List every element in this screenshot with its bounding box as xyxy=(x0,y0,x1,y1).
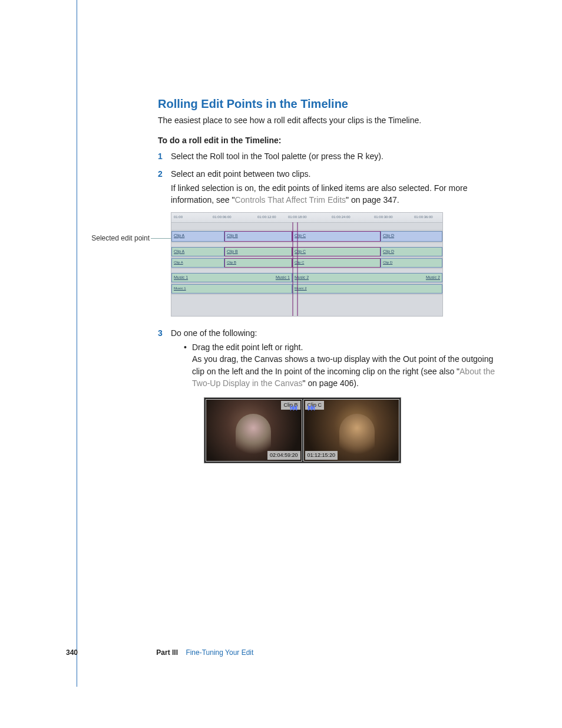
section-heading: Rolling Edit Points in the Timeline xyxy=(158,97,503,111)
frame-timecode: 02:04:59:20 xyxy=(267,451,300,460)
clip-label: Clip A xyxy=(174,233,184,238)
clip-label: Clip C xyxy=(295,249,306,253)
step-text: Select the Roll tool in the Tool palette… xyxy=(171,151,384,161)
clip-label: Clip B xyxy=(227,249,238,253)
music-track-2: Music 1 Music 2 xyxy=(171,284,442,295)
frame-image xyxy=(339,414,375,461)
clip-label: Music 2 xyxy=(295,275,309,279)
main-content: Rolling Edit Points in the Timeline The … xyxy=(158,97,503,469)
ruler-tick: 01:00:06:00 xyxy=(213,215,232,220)
procedure-title: To do a roll edit in the Timeline: xyxy=(158,134,503,146)
ruler-tick: 01:00 xyxy=(174,215,183,220)
clip-label: Clip B xyxy=(227,260,290,265)
step-number: 2 xyxy=(158,168,163,180)
xref-link[interactable]: Controls That Affect Trim Edits xyxy=(234,195,346,205)
frame-timecode: 01:12:15:20 xyxy=(305,451,338,460)
left-margin-rule xyxy=(77,0,77,687)
step-1: 1 Select the Roll tool in the Tool palet… xyxy=(158,150,503,162)
clip-label: Clip C xyxy=(295,260,378,265)
audio-track-a2: Clip A Clip B Clip C Clip D xyxy=(171,258,442,269)
video-track-1: Clip A Clip B Clip C Clip D xyxy=(171,230,442,243)
clip-label: Music 1 xyxy=(276,275,290,281)
step-text: Do one of the following: xyxy=(171,328,257,338)
body-text: " on page 406). xyxy=(303,378,359,388)
step-3: 3 Do one of the following: Drag the edit… xyxy=(158,327,503,463)
clip-label: Clip A xyxy=(174,260,222,265)
step-number: 1 xyxy=(158,150,163,162)
timeline-figure: 01:00 01:00:06:00 01:00:12:00 01:00:18:0… xyxy=(171,212,443,317)
in-point-icon: ⏭ xyxy=(308,401,316,413)
ruler-tick: 01:00:36:00 xyxy=(414,215,433,220)
ruler-tick: 01:00:18:00 xyxy=(288,215,307,220)
clip-label: Clip B xyxy=(227,233,238,238)
ruler-tick: 01:00:12:00 xyxy=(257,215,276,220)
clip-label: Clip D xyxy=(383,260,440,265)
body-text: As you drag, the Canvas shows a two-up d… xyxy=(192,354,493,375)
out-point-icon: ⏮ xyxy=(290,401,298,413)
clip-label: Clip D xyxy=(383,249,394,253)
canvas-two-up-figure: Clip B ⏮ 02:04:59:20 Clip C ⏭ 01:12:15:2… xyxy=(204,397,401,463)
timeline-ruler: 01:00 01:00:06:00 01:00:12:00 01:00:18:0… xyxy=(171,213,442,223)
clip-label: Music 2 xyxy=(295,286,440,291)
step-number: 3 xyxy=(158,327,163,339)
chapter-title: Fine-Tuning Your Edit xyxy=(186,648,253,657)
audio-track-a1: Clip A Clip B Clip C Clip D xyxy=(171,246,442,258)
step-2: 2 Select an edit point between two clips… xyxy=(158,168,503,317)
frame-image xyxy=(236,414,271,461)
incoming-frame: Clip C ⏭ 01:12:15:20 xyxy=(303,399,400,462)
note-text: " on page 347. xyxy=(346,195,399,205)
bullet-item: Drag the edit point left or right. As yo… xyxy=(184,341,503,463)
ruler-tick: 01:00:30:00 xyxy=(374,215,393,220)
bullet-text: Drag the edit point left or right. xyxy=(192,342,303,352)
clip-label: Clip C xyxy=(295,233,306,238)
intro-paragraph: The easiest place to see how a roll edit… xyxy=(158,114,503,126)
page-number: 340 xyxy=(66,648,154,657)
clip-label: Music 1 xyxy=(174,286,290,291)
page-footer: 340 Part III Fine-Tuning Your Edit xyxy=(66,648,503,657)
part-label: Part III xyxy=(156,648,178,657)
step-3-bullets: Drag the edit point left or right. As yo… xyxy=(171,341,503,463)
page: Selected edit point Rolling Edit Points … xyxy=(0,0,562,728)
steps-list: 1 Select the Roll tool in the Tool palet… xyxy=(158,150,503,464)
ruler-tick: 01:00:24:00 xyxy=(332,215,351,220)
outgoing-frame: Clip B ⏮ 02:04:59:20 xyxy=(206,399,302,462)
music-track-1: Music 1Music 1 Music 2Music 2 xyxy=(171,272,442,284)
clip-label: Music 2 xyxy=(426,275,440,281)
clip-label: Clip A xyxy=(174,249,184,253)
clip-label: Clip D xyxy=(383,233,394,238)
callout-label: Selected edit point xyxy=(84,234,150,242)
clip-label: Music 1 xyxy=(174,275,188,279)
step-note: If linked selection is on, the edit poin… xyxy=(171,182,503,206)
bullet-body: As you drag, the Canvas shows a two-up d… xyxy=(192,353,503,389)
step-text: Select an edit point between two clips. xyxy=(171,169,310,179)
